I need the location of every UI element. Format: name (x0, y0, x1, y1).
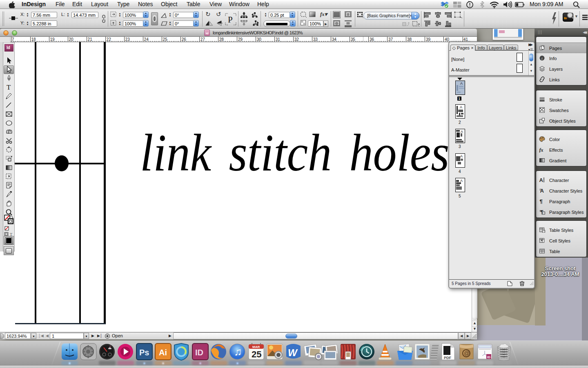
svg-text:MAR: MAR (252, 345, 260, 349)
svg-text:A: A (460, 105, 462, 109)
svg-text:A: A (539, 177, 543, 183)
svg-text:Ai: Ai (159, 348, 167, 357)
svg-text:ID: ID (487, 355, 490, 359)
svg-text:A: A (540, 188, 544, 193)
svg-text:T: T (7, 83, 11, 91)
svg-text:A: A (460, 154, 463, 158)
svg-text:¶: ¶ (540, 198, 543, 204)
svg-text:♫: ♫ (109, 345, 111, 348)
svg-text:@: @ (464, 350, 470, 357)
svg-text:fx: fx (539, 147, 543, 153)
svg-text:P: P (228, 15, 233, 25)
svg-text:A: A (460, 179, 463, 183)
svg-text:ID: ID (195, 348, 203, 357)
svg-text:A: A (460, 81, 463, 85)
svg-text:A: A (461, 130, 463, 134)
svg-text:Ps: Ps (139, 348, 149, 357)
svg-text:♫: ♫ (234, 346, 242, 358)
svg-text:PDF: PDF (444, 356, 452, 360)
svg-text:25: 25 (252, 349, 261, 359)
svg-text:W: W (288, 347, 298, 358)
